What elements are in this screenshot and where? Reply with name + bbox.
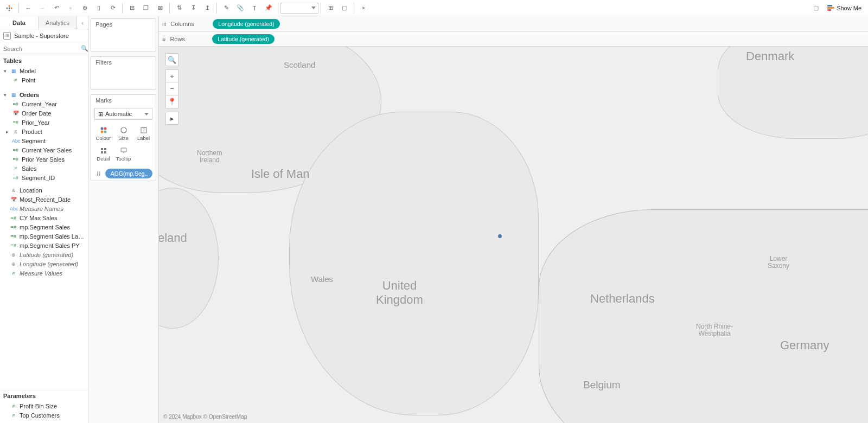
map-label: Denmark	[746, 49, 794, 63]
field-current-year[interactable]: =#Current_Year	[0, 99, 88, 108]
svg-point-3	[9, 9, 10, 11]
field-mp-seg-label[interactable]: =#mp.Segment Sales Label	[0, 232, 88, 241]
highlight-button[interactable]: ✎	[219, 1, 233, 15]
map-label: LowerSaxony	[768, 255, 789, 270]
map-label: UnitedKingdom	[376, 279, 423, 307]
field-product[interactable]: ▸&Product	[0, 127, 88, 136]
detail-icon: ⁞⁞	[94, 169, 103, 178]
map-label: Netherlands	[590, 292, 655, 306]
back-button[interactable]: ←	[21, 1, 35, 15]
svg-point-1	[7, 7, 8, 9]
logo-icon	[2, 1, 16, 15]
field-segment-id[interactable]: =#Segment_ID	[0, 173, 88, 182]
field-location[interactable]: &Location	[0, 185, 88, 195]
field-cy-sales[interactable]: =#Current Year Sales	[0, 145, 88, 155]
tab-analytics[interactable]: Analytics	[39, 16, 77, 29]
undo-button[interactable]: ↶	[49, 1, 63, 15]
svg-point-2	[11, 7, 12, 9]
map-search-button[interactable]: 🔍	[165, 53, 178, 66]
colour-button[interactable]: Colour	[93, 123, 113, 144]
marks-card: Marks ⊞ Automatic Colour Size TLabel Det…	[91, 94, 156, 181]
size-button[interactable]: Size	[113, 123, 133, 144]
field-sales[interactable]: #Sales	[0, 164, 88, 173]
param-profit-bin[interactable]: #Profit Bin Size	[0, 401, 88, 411]
save-button[interactable]: ▫	[63, 1, 78, 15]
folder-orders[interactable]: ▾▦Orders	[0, 90, 88, 99]
rows-shelf[interactable]: ≡ Rows Latitude (generated)	[159, 31, 868, 47]
field-py-sales[interactable]: =#Prior Year Sales	[0, 155, 88, 164]
datasource-row[interactable]: ⊞ Sample - Superstore	[0, 29, 88, 42]
data-point[interactable]	[498, 234, 502, 238]
svg-point-4	[9, 7, 10, 8]
fields-tree: ▾▦Model #Point ▾▦Orders =#Current_Year 📅…	[0, 66, 88, 390]
show-me-button[interactable]: Show Me	[823, 5, 866, 11]
field-order-date[interactable]: 📅Order Date	[0, 108, 88, 118]
field-point[interactable]: #Point	[0, 75, 88, 85]
data-sidebar: Data Analytics ‹ ⊞ Sample - Superstore 🔍…	[0, 16, 88, 423]
field-mp-seg-py[interactable]: =#mp.Segment Sales PY	[0, 241, 88, 250]
forward-button[interactable]: →	[35, 1, 49, 15]
zoom-out-button[interactable]: −	[165, 82, 178, 95]
sort-asc-button[interactable]: ↧	[186, 1, 200, 15]
folder-model[interactable]: ▾▦Model	[0, 66, 88, 75]
show-cards-button[interactable]: ⊞	[323, 1, 337, 15]
mark-type-dropdown[interactable]: ⊞ Automatic	[94, 108, 152, 120]
zoom-in-button[interactable]: +	[165, 69, 178, 82]
columns-shelf[interactable]: iii Columns Longitude (generated)	[159, 16, 868, 31]
field-measure-values[interactable]: #Measure Values	[0, 268, 88, 278]
totals-button[interactable]: T	[247, 1, 261, 15]
map-label: Germany	[780, 338, 829, 352]
parameters-header: Parameters	[0, 390, 88, 401]
field-most-recent[interactable]: 📅Most_Recent_Date	[0, 195, 88, 204]
new-worksheet-button[interactable]: ⊞	[125, 1, 139, 15]
columns-pill[interactable]: Longitude (generated)	[213, 19, 279, 29]
clear-button[interactable]: ⊠	[153, 1, 167, 15]
swap-button[interactable]: ⇅	[172, 1, 186, 15]
field-cy-max[interactable]: =#CY Max Sales	[0, 213, 88, 222]
mark-detail-pill[interactable]: ⁞⁞ AGG(mp.Seg..	[94, 169, 152, 178]
map-label: NorthernIreland	[197, 150, 222, 164]
show-me-label: Show Me	[837, 5, 861, 11]
field-measure-names[interactable]: AbcMeasure Names	[0, 204, 88, 213]
main-toolbar: ← → ↶ ▫ ⊕ ▯ ⟳ ⊞ ❐ ⊠ ⇅ ↧ ↥ ✎ 📎 T 📌 ⊞ ▢ ∝ …	[0, 0, 868, 16]
tooltip-button[interactable]: Tooltip	[113, 144, 133, 164]
presentation-button[interactable]: ▢	[337, 1, 352, 15]
collapse-sidebar-button[interactable]: ‹	[77, 16, 88, 29]
map-label: Wales	[311, 274, 333, 284]
svg-rect-12	[101, 148, 103, 150]
datasource-icon: ⊞	[3, 32, 11, 40]
pause-button[interactable]: ▯	[92, 1, 106, 15]
param-top-customers[interactable]: #Top Customers	[0, 411, 88, 420]
svg-point-9	[121, 127, 126, 133]
refresh-button[interactable]: ⟳	[106, 1, 120, 15]
zoom-home-button[interactable]: 📍	[165, 95, 178, 108]
field-segment[interactable]: AbcSegment	[0, 136, 88, 145]
search-icon[interactable]: 🔍	[81, 45, 88, 52]
map-controls: 🔍 + − 📍 ▸	[165, 53, 178, 125]
field-prior-year[interactable]: =#Prior_Year	[0, 118, 88, 127]
fit-dropdown[interactable]	[280, 3, 318, 14]
label-button[interactable]: TLabel	[133, 123, 154, 144]
share-button[interactable]: ∝	[356, 1, 371, 15]
field-mp-seg-sales[interactable]: =#mp.Segment Sales	[0, 222, 88, 232]
map-view[interactable]: Denmark Scotland NorthernIreland Isle of…	[159, 47, 868, 423]
group-button[interactable]: 📎	[233, 1, 247, 15]
filters-shelf[interactable]: Filters	[91, 56, 156, 90]
sort-desc-button[interactable]: ↥	[200, 1, 214, 15]
svg-rect-16	[121, 148, 126, 152]
guide-button[interactable]: ▢	[809, 1, 823, 15]
svg-text:T: T	[142, 126, 146, 133]
pages-shelf[interactable]: Pages	[91, 18, 156, 52]
map-tools-button[interactable]: ▸	[165, 112, 178, 125]
field-lon-gen[interactable]: ⊕Longitude (generated)	[0, 259, 88, 268]
tab-data[interactable]: Data	[0, 16, 39, 29]
search-input[interactable]	[1, 46, 81, 52]
cards-column: Pages Filters Marks ⊞ Automatic Colour S…	[88, 16, 159, 423]
new-data-button[interactable]: ⊕	[78, 1, 92, 15]
duplicate-button[interactable]: ❐	[139, 1, 153, 15]
detail-button[interactable]: Detail	[93, 144, 113, 164]
map-label: Scotland	[284, 60, 315, 69]
field-lat-gen[interactable]: ⊕Latitude (generated)	[0, 250, 88, 259]
pin-button[interactable]: 📌	[261, 1, 276, 15]
rows-pill[interactable]: Latitude (generated)	[212, 34, 275, 44]
